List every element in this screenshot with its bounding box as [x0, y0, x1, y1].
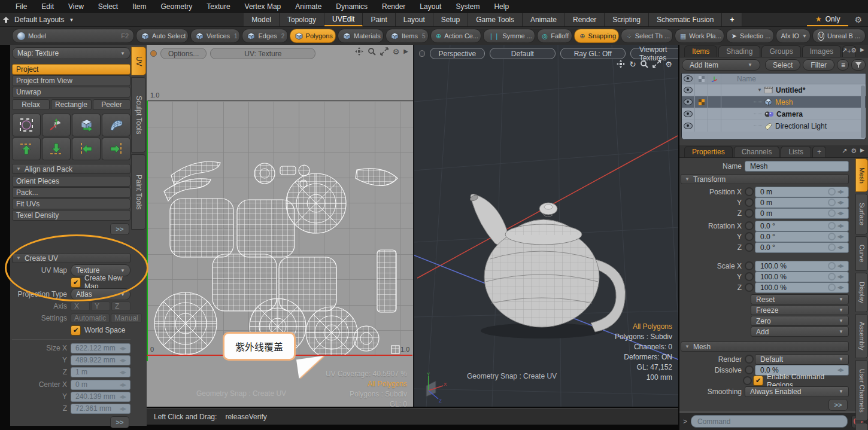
fit-uvs-button[interactable]: Fit UVs [12, 199, 130, 209]
channel-ring-icon[interactable] [745, 221, 754, 230]
spinner-icon[interactable]: ◀▶ [837, 234, 843, 239]
side-tab-tags[interactable]: Tags [855, 423, 868, 430]
uv-map-selector[interactable]: Map: Texture▼ [12, 47, 130, 59]
align-and-pack-header[interactable]: ▼ Align and Pack [12, 164, 130, 174]
menu-texture[interactable]: Texture [207, 2, 230, 11]
create-new-map-checkbox[interactable]: ✔ [71, 277, 81, 288]
side-tab-user-channels[interactable]: User Channels [855, 360, 868, 421]
menu-system[interactable]: System [456, 2, 479, 11]
side-tab-curve[interactable]: Curve [855, 236, 868, 271]
menu-file[interactable]: File [16, 2, 27, 11]
relax-button[interactable]: Relax [12, 99, 50, 110]
expand-arrow-icon[interactable]: ▶ [860, 147, 864, 155]
keyframe-ring-icon[interactable] [828, 209, 836, 217]
collapse-triangle-icon[interactable]: ▼ [757, 87, 762, 93]
channel-ring-icon[interactable] [745, 272, 754, 281]
viewport-dot-icon[interactable] [419, 50, 425, 57]
channel-ring-icon[interactable] [745, 232, 754, 241]
side-tab-mesh[interactable]: Mesh [855, 158, 868, 192]
keyframe-ring-icon[interactable] [828, 243, 836, 251]
side-tab-assembly[interactable]: Assembly [855, 314, 868, 358]
side-tab-uv[interactable]: UV [131, 47, 146, 75]
expand-arrow-icon[interactable]: ▶ [403, 48, 408, 54]
position-y-field[interactable]: 0 m◀▶ [755, 197, 849, 208]
spinner-icon[interactable]: ◀▶ [837, 189, 843, 194]
reset-dropdown[interactable]: Reset▼ [751, 294, 849, 304]
peeler-button[interactable]: Peeler [93, 99, 130, 110]
texel-density-button[interactable]: Texel Density [12, 210, 130, 221]
pan-icon[interactable] [617, 60, 625, 68]
rotation-z-field[interactable]: 0.0 °◀▶ [755, 242, 849, 253]
symmetry-button[interactable]: ❘❘Symme ... [483, 29, 535, 43]
item-name-field[interactable]: Mesh [745, 161, 849, 172]
menu-view[interactable]: View [68, 2, 84, 11]
keyframe-ring-icon[interactable] [828, 199, 836, 206]
raygl-button[interactable]: Ray GL: Off [560, 48, 626, 59]
create-uv-header[interactable]: ▼ Create UV [12, 253, 130, 263]
select-button[interactable]: Select [765, 59, 800, 71]
items-mode-button[interactable]: Items5 [386, 29, 429, 43]
channel-ring-icon[interactable] [745, 365, 754, 374]
align-right-button[interactable] [102, 138, 130, 160]
spinner-icon[interactable]: ◀▶ [837, 223, 843, 228]
project-from-view-button[interactable]: Project from View [12, 75, 130, 86]
uv-transform-tool-button[interactable] [12, 114, 41, 136]
render-toggle[interactable] [699, 99, 705, 105]
orient-pieces-button[interactable]: Orient Pieces [12, 176, 130, 187]
side-tab-surface[interactable]: Surface [855, 194, 868, 234]
add-layout-tab-button[interactable]: + [722, 13, 742, 26]
keyframe-ring-icon[interactable] [828, 262, 836, 270]
tab-uvedit[interactable]: UVEdit [324, 13, 363, 26]
layout-switcher[interactable]: Default Layouts ▼ [0, 13, 82, 26]
tab-schematic-fusion[interactable]: Schematic Fusion [649, 13, 722, 26]
channel-ring-icon[interactable] [745, 187, 754, 196]
filter-button[interactable]: Filter [803, 59, 834, 71]
enable-command-regions-checkbox[interactable]: ✔ [753, 376, 763, 386]
tab-groups[interactable]: Groups [761, 45, 800, 57]
menu-layout[interactable]: Layout [420, 2, 441, 11]
rectangle-button[interactable]: Rectangle [51, 99, 92, 110]
keyframe-ring-icon[interactable] [828, 233, 836, 240]
shading-mode-button[interactable]: Default [490, 48, 555, 59]
menu-item[interactable]: Item [132, 2, 146, 11]
vertices-mode-button[interactable]: Vertices1 [190, 29, 241, 43]
tab-images[interactable]: Images [802, 45, 841, 57]
pan-icon[interactable] [355, 47, 363, 56]
pack-button[interactable]: Pack... [12, 187, 130, 198]
zoom-icon[interactable] [368, 47, 376, 56]
menu-geometry[interactable]: Geometry [161, 2, 193, 11]
only-toggle[interactable]: ★ Only [807, 13, 848, 26]
visibility-toggle[interactable] [684, 111, 693, 117]
keyframe-ring-icon[interactable] [828, 283, 836, 291]
item-row-scene[interactable]: ▼ Untitled* [682, 84, 866, 96]
mesh-more-button[interactable]: >> [828, 399, 848, 411]
name-column-header[interactable]: Name [721, 75, 756, 83]
menu-dynamics[interactable]: Dynamics [336, 2, 368, 11]
edges-mode-button[interactable]: Edges2 [242, 29, 287, 43]
tab-shading[interactable]: Shading [718, 45, 760, 57]
viewport-dot-icon[interactable] [150, 50, 157, 57]
tab-channels[interactable]: Channels [734, 146, 780, 157]
scale-y-field[interactable]: 100.0 %◀▶ [755, 272, 849, 282]
channel-ring-icon[interactable] [745, 261, 754, 270]
tab-setup[interactable]: Setup [433, 13, 468, 26]
keyframe-ring-icon[interactable] [828, 273, 836, 280]
camera-mode-button[interactable]: Perspective [430, 48, 485, 59]
tab-topology[interactable]: Topology [280, 13, 324, 26]
orbit-icon[interactable]: ↻ [629, 60, 636, 68]
keyframe-ring-icon[interactable] [828, 222, 836, 230]
auto-select-button[interactable]: Auto Select [136, 29, 189, 43]
channel-ring-icon[interactable] [745, 283, 754, 292]
menu-render[interactable]: Render [382, 2, 405, 11]
keyframe-ring-icon[interactable] [828, 188, 836, 196]
spinner-icon[interactable]: ◀▶ [837, 263, 843, 269]
menu-animate[interactable]: Animate [295, 2, 321, 11]
rotation-y-field[interactable]: 0.0 °◀▶ [755, 231, 849, 242]
tab-items[interactable]: Items [684, 45, 717, 57]
maximize-icon[interactable] [652, 60, 661, 68]
zero-dropdown[interactable]: Zero▼ [751, 316, 849, 326]
expand-arrow-icon[interactable]: ▶ [860, 47, 864, 54]
position-z-field[interactable]: 0 m◀▶ [755, 208, 849, 219]
project-button[interactable]: Project [12, 64, 130, 75]
channel-ring-icon[interactable] [745, 198, 754, 207]
